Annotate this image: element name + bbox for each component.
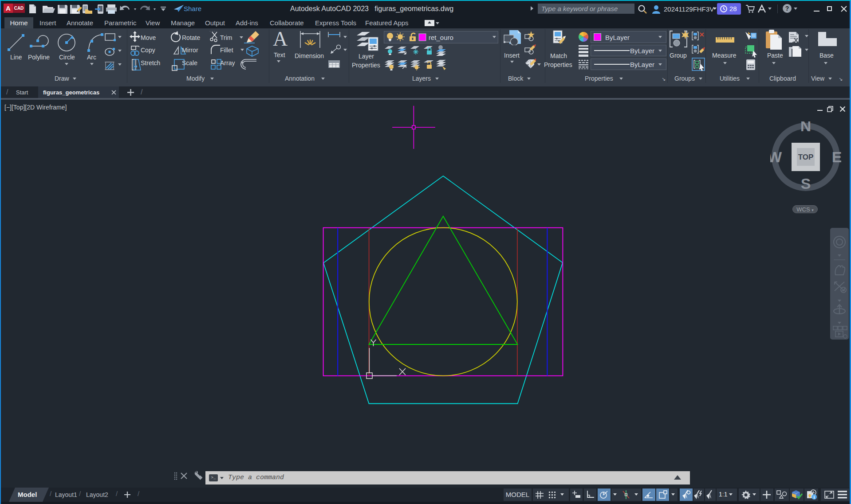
svg-text:i: i: [814, 495, 815, 500]
